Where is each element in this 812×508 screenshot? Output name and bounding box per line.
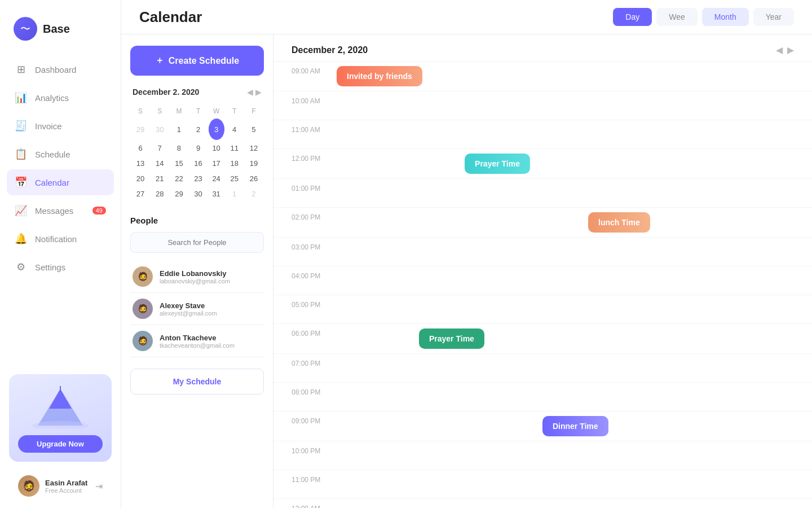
cal-day[interactable]: 6 xyxy=(131,141,149,155)
notification-icon: 🔔 xyxy=(15,233,27,245)
user-role: Free Account xyxy=(45,487,90,494)
cal-day[interactable]: 27 xyxy=(131,187,149,201)
person-email: laboanovskiy@gmail.com xyxy=(160,278,230,284)
create-schedule-button[interactable]: ＋ Create Schedule xyxy=(130,46,264,76)
cal-day[interactable]: 21 xyxy=(151,172,169,186)
cal-day[interactable]: 2 xyxy=(245,187,263,201)
search-people-input[interactable] xyxy=(130,232,264,253)
cal-day[interactable]: 2 xyxy=(189,119,207,140)
view-tab-year[interactable]: Year xyxy=(753,8,794,26)
cal-day-header: M xyxy=(170,105,188,117)
cal-day[interactable]: 23 xyxy=(189,172,207,186)
person-email: tkacheveanton@gmail.com xyxy=(160,342,235,349)
content-area: ＋ Create Schedule December 2. 2020 ◀ ▶ S… xyxy=(121,34,812,508)
time-row: 01:00 PM xyxy=(273,179,812,208)
cal-day[interactable]: 8 xyxy=(170,141,188,155)
cal-day[interactable]: 20 xyxy=(131,172,149,186)
calendar-event[interactable]: lunch Time xyxy=(588,212,650,233)
cal-day[interactable]: 15 xyxy=(170,156,188,170)
time-content xyxy=(337,499,794,508)
time-label: 03:00 PM xyxy=(292,238,337,251)
sidebar-item-invoice[interactable]: 🧾 Invoice xyxy=(7,113,114,139)
cal-day[interactable]: 17 xyxy=(209,156,224,170)
cal-day-header: F xyxy=(245,105,263,117)
cal-day[interactable]: 18 xyxy=(226,156,244,170)
cal-day[interactable]: 16 xyxy=(189,156,207,170)
upgrade-graphic xyxy=(18,383,103,428)
person-name: Alexey Stave xyxy=(160,301,217,310)
time-row: 04:00 PM xyxy=(273,266,812,295)
cal-day[interactable]: 29 xyxy=(170,187,188,201)
mini-cal-next[interactable]: ▶ xyxy=(255,87,262,97)
sidebar-item-notification[interactable]: 🔔 Notification xyxy=(7,226,114,252)
cal-day[interactable]: 19 xyxy=(245,156,263,170)
cal-day[interactable]: 28 xyxy=(151,187,169,201)
cal-day-header: S xyxy=(151,105,169,117)
cal-day[interactable]: 9 xyxy=(189,141,207,155)
cal-day[interactable]: 14 xyxy=(151,156,169,170)
cal-day[interactable]: 10 xyxy=(209,141,224,155)
cal-day[interactable]: 1 xyxy=(226,187,244,201)
time-row: 12:00 PMPrayer Time xyxy=(273,149,812,179)
time-label: 06:00 PM xyxy=(292,324,337,338)
cal-next-btn[interactable]: ▶ xyxy=(787,45,794,55)
time-label: 12:00 PM xyxy=(292,149,337,163)
cal-day[interactable]: 12 xyxy=(245,141,263,155)
cal-day[interactable]: 3 xyxy=(209,119,224,140)
cal-day[interactable]: 31 xyxy=(209,187,224,201)
cal-day[interactable]: 30 xyxy=(189,187,207,201)
logout-icon[interactable]: ⇥ xyxy=(95,481,103,492)
calendar-event[interactable]: Prayer Time xyxy=(465,154,530,174)
mini-cal-title: December 2. 2020 xyxy=(133,87,199,97)
calendar-event[interactable]: Prayer Time xyxy=(419,329,484,349)
cal-day[interactable]: 5 xyxy=(245,119,263,140)
mini-cal-nav-btns: ◀ ▶ xyxy=(247,87,262,97)
cal-day[interactable]: 4 xyxy=(226,119,244,140)
my-schedule-button[interactable]: My Schedule xyxy=(130,369,264,395)
calendar-event[interactable]: Invited by friends xyxy=(337,66,422,86)
person-avatar: 🧔 xyxy=(133,266,153,287)
mini-cal-prev[interactable]: ◀ xyxy=(247,87,253,97)
cal-day-header: S xyxy=(131,105,149,117)
plus-icon: ＋ xyxy=(155,55,164,67)
time-content xyxy=(337,238,794,266)
time-row: 02:00 PMlunch Time xyxy=(273,208,812,238)
time-label: 08:00 PM xyxy=(292,383,337,396)
person-item[interactable]: 🧔 Eddie Lobanovskiy laboanovskiy@gmail.c… xyxy=(130,261,264,293)
person-item[interactable]: 🧔 Anton Tkacheve tkacheveanton@gmail.com xyxy=(130,325,264,357)
sidebar-item-messages[interactable]: 📈 Messages 49 xyxy=(7,198,114,224)
cal-prev-btn[interactable]: ◀ xyxy=(776,45,783,55)
cal-day[interactable]: 30 xyxy=(151,119,169,140)
cal-day[interactable]: 29 xyxy=(131,119,149,140)
cal-day[interactable]: 26 xyxy=(245,172,263,186)
sidebar-item-dashboard[interactable]: ⊞ Dashboard xyxy=(7,56,114,82)
calendar-event[interactable]: Dinner Time xyxy=(542,416,608,436)
sidebar-item-analytics[interactable]: 📊 Analytics xyxy=(7,85,114,111)
people-title: People xyxy=(130,216,264,225)
today-highlight: 3 xyxy=(209,121,224,137)
nav-label-invoice: Invoice xyxy=(35,121,62,131)
time-row: 07:00 PM xyxy=(273,354,812,383)
cal-day[interactable]: 11 xyxy=(226,141,244,155)
cal-day[interactable]: 7 xyxy=(151,141,169,155)
time-content: Prayer Time xyxy=(337,149,794,178)
view-tab-day[interactable]: Day xyxy=(613,8,652,26)
view-tab-month[interactable]: Month xyxy=(702,8,749,26)
time-content: lunch Time xyxy=(337,208,794,237)
cal-day[interactable]: 1 xyxy=(170,119,188,140)
sidebar-item-settings[interactable]: ⚙ Settings xyxy=(7,254,114,280)
person-item[interactable]: 🧔 Alexey Stave alexeyst@gmail.com xyxy=(130,293,264,325)
time-row: 03:00 PM xyxy=(273,238,812,266)
cal-day[interactable]: 13 xyxy=(131,156,149,170)
sidebar-item-schedule[interactable]: 📋 Schedule xyxy=(7,141,114,167)
cal-day[interactable]: 24 xyxy=(209,172,224,186)
cal-day[interactable]: 22 xyxy=(170,172,188,186)
svg-marker-1 xyxy=(49,389,72,409)
nav-label-analytics: Analytics xyxy=(35,93,69,103)
upgrade-button[interactable]: Upgrade Now xyxy=(18,435,103,453)
cal-day[interactable]: 25 xyxy=(226,172,244,186)
sidebar-item-calendar[interactable]: 📅 Calendar xyxy=(7,169,114,195)
time-row: 12:00 AM xyxy=(273,499,812,508)
cal-day-header: T xyxy=(189,105,207,117)
view-tab-wee[interactable]: Wee xyxy=(656,8,698,26)
